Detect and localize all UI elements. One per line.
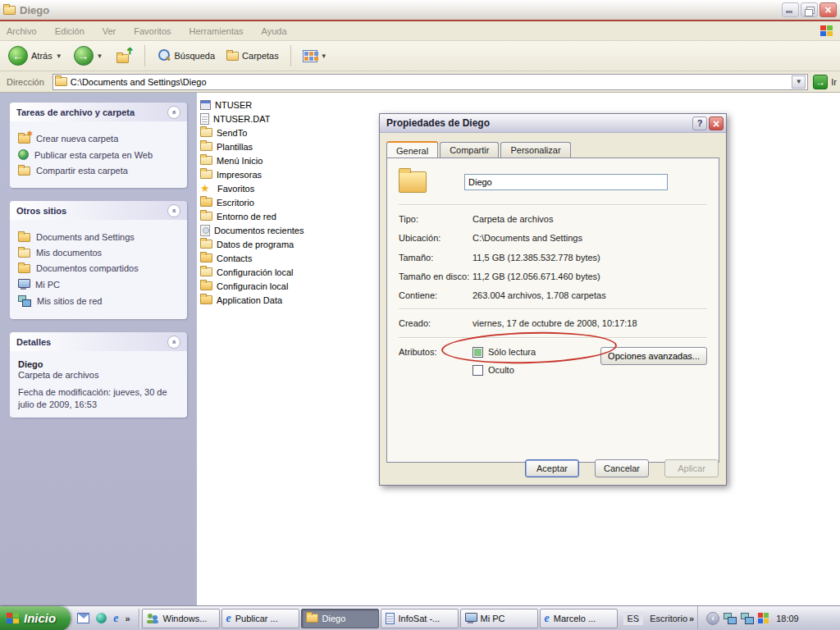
quick-launch-overflow-icon[interactable]: » bbox=[125, 614, 130, 623]
taskbar-button-infosat[interactable]: InfoSat -... bbox=[381, 609, 459, 628]
address-bar: Dirección C:\Documents and Settings\Dieg… bbox=[0, 71, 840, 93]
file-name: Configuracin local bbox=[217, 281, 288, 291]
toolbar-divider bbox=[290, 45, 291, 66]
forward-button[interactable]: → ▼ bbox=[71, 44, 107, 67]
collapse-chevron-icon[interactable] bbox=[167, 336, 180, 349]
file-item[interactable]: NTUSER bbox=[200, 98, 837, 112]
taskbar-button-publicar[interactable]: e Publicar ... bbox=[221, 609, 299, 628]
ok-button[interactable]: Aceptar bbox=[525, 459, 579, 477]
folder-icon bbox=[18, 233, 30, 242]
taskbar-button-diego[interactable]: Diego bbox=[301, 609, 379, 628]
dialog-close-button[interactable] bbox=[709, 116, 724, 130]
task-button-label: Windows... bbox=[163, 614, 208, 623]
tab-compartir[interactable]: Compartir bbox=[440, 142, 499, 158]
file-icon bbox=[200, 113, 209, 125]
display-settings-icon[interactable] bbox=[758, 613, 769, 623]
cancel-button[interactable]: Cancelar bbox=[595, 459, 649, 477]
field-label: Tamaño en disco: bbox=[399, 271, 472, 282]
minimize-button[interactable] bbox=[782, 2, 799, 17]
language-indicator[interactable]: ES bbox=[623, 612, 644, 625]
restore-button[interactable] bbox=[801, 2, 818, 17]
panel-other-places-header[interactable]: Otros sitios bbox=[10, 201, 187, 220]
close-button[interactable] bbox=[819, 2, 837, 17]
field-value: Carpeta de archivos bbox=[472, 213, 553, 225]
hidden-checkbox[interactable] bbox=[472, 365, 483, 376]
taskbar-button-marcelo[interactable]: e Marcelo ... bbox=[540, 609, 618, 628]
menu-herramientas[interactable]: Herramientas bbox=[189, 26, 244, 36]
task-share-folder[interactable]: Compartir esta carpeta bbox=[18, 166, 179, 176]
menu-ver[interactable]: Ver bbox=[103, 26, 116, 36]
address-dropdown-icon[interactable]: ▼ bbox=[792, 75, 806, 89]
folder-icon bbox=[200, 212, 212, 221]
internet-explorer-icon: e bbox=[545, 613, 550, 623]
collapse-chevron-icon[interactable] bbox=[167, 106, 180, 119]
back-dropdown-icon[interactable]: ▼ bbox=[56, 52, 62, 60]
task-button-label: Marcelo ... bbox=[554, 614, 596, 623]
field-value: C:\Documents and Settings bbox=[472, 232, 582, 244]
taskbar-button-windows[interactable]: Windows... bbox=[142, 609, 220, 628]
forward-dropdown-icon[interactable]: ▼ bbox=[97, 52, 103, 60]
folder-icon bbox=[200, 240, 212, 249]
place-label: Mis sitios de red bbox=[37, 296, 102, 306]
place-mis-sitios-de-red[interactable]: Mis sitios de red bbox=[18, 295, 179, 307]
place-mi-pc[interactable]: Mi PC bbox=[18, 279, 179, 290]
place-documents-and-settings[interactable]: Documents and Settings bbox=[18, 232, 179, 242]
hide-tray-icons-button[interactable]: ‹ bbox=[706, 612, 719, 625]
menu-ayuda[interactable]: Ayuda bbox=[262, 26, 287, 36]
views-dropdown-icon[interactable]: ▼ bbox=[321, 52, 327, 60]
place-label: Mi PC bbox=[35, 280, 60, 290]
folders-button[interactable]: Carpetas bbox=[223, 49, 282, 62]
address-input[interactable]: C:\Documents and Settings\Diego ▼ bbox=[52, 74, 808, 90]
collapse-chevron-icon[interactable] bbox=[167, 204, 180, 217]
network-status-icon[interactable] bbox=[741, 613, 754, 624]
outlook-express-icon[interactable] bbox=[77, 613, 89, 623]
file-name: Escritorio bbox=[217, 198, 254, 208]
readonly-checkbox[interactable] bbox=[472, 347, 483, 358]
internet-explorer-icon[interactable]: e bbox=[113, 613, 118, 623]
msn-icon[interactable] bbox=[96, 613, 107, 623]
panel-file-tasks: Tareas de archivo y carpeta Crear nueva … bbox=[10, 103, 187, 188]
task-create-folder[interactable]: Crear nueva carpeta bbox=[18, 134, 179, 144]
taskbar-button-mipc[interactable]: Mi PC bbox=[460, 609, 538, 628]
folders-icon bbox=[226, 52, 239, 61]
start-button[interactable]: Inicio bbox=[0, 606, 71, 630]
tab-general[interactable]: General bbox=[386, 141, 438, 158]
up-button[interactable] bbox=[112, 47, 136, 65]
network-status-icon[interactable] bbox=[724, 613, 737, 624]
advanced-options-button[interactable]: Opciones avanzadas... bbox=[600, 347, 707, 365]
panel-details: Detalles Diego Carpeta de archivos Fecha… bbox=[10, 332, 187, 418]
tab-personalizar[interactable]: Personalizar bbox=[500, 142, 570, 158]
panel-file-tasks-header[interactable]: Tareas de archivo y carpeta bbox=[10, 103, 187, 121]
go-button[interactable]: → Ir bbox=[813, 75, 837, 89]
desktop-toolbar-label[interactable]: Escritorio bbox=[650, 614, 687, 623]
folder-name-input[interactable] bbox=[464, 174, 668, 190]
properties-dialog: Propiedades de Diego General Compartir P… bbox=[379, 113, 727, 486]
folder-icon bbox=[200, 295, 212, 304]
back-button[interactable]: ← Atrás ▼ bbox=[5, 44, 66, 67]
folder-icon bbox=[200, 170, 212, 179]
folder-icon bbox=[306, 614, 318, 623]
desktop-toolbar-overflow-icon[interactable]: » bbox=[689, 614, 694, 623]
search-icon bbox=[157, 48, 171, 63]
back-label: Atrás bbox=[31, 51, 52, 61]
place-documentos-compartidos[interactable]: Documentos compartidos bbox=[18, 263, 179, 273]
views-button[interactable]: ▼ bbox=[299, 48, 331, 64]
panel-details-header[interactable]: Detalles bbox=[10, 332, 187, 351]
menu-archivo[interactable]: Archivo bbox=[7, 26, 37, 36]
row-tamano-disco: Tamaño en disco: 11,2 GB (12.056.671.460… bbox=[399, 271, 707, 282]
task-publish-web[interactable]: Publicar esta carpeta en Web bbox=[18, 149, 179, 160]
help-button[interactable] bbox=[692, 116, 707, 130]
file-name: Menú Inicio bbox=[217, 156, 262, 166]
task-button-label: Mi PC bbox=[481, 614, 505, 623]
file-name: Application Data bbox=[217, 295, 282, 305]
menu-favoritos[interactable]: Favoritos bbox=[134, 26, 171, 36]
hidden-checkbox-row: Oculto bbox=[472, 365, 600, 376]
quick-launch: e » bbox=[71, 613, 136, 623]
field-value: 11,5 GB (12.385.532.778 bytes) bbox=[472, 252, 600, 263]
forward-icon: → bbox=[74, 46, 94, 66]
divider bbox=[399, 204, 707, 206]
apply-button[interactable]: Aplicar bbox=[664, 459, 719, 477]
place-mis-documentos[interactable]: Mis documentos bbox=[18, 248, 179, 258]
menu-edicion[interactable]: Edición bbox=[55, 26, 84, 36]
search-button[interactable]: Búsqueda bbox=[153, 47, 219, 65]
